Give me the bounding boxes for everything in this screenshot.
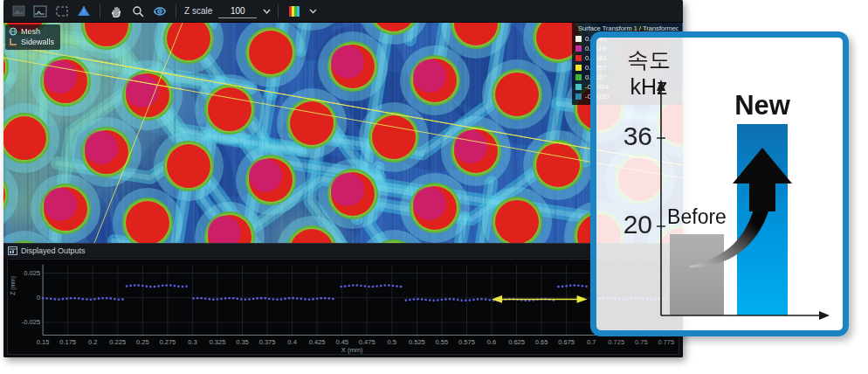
profile-point xyxy=(429,299,431,301)
profile-point xyxy=(174,285,176,287)
profile-point xyxy=(42,297,45,300)
z-scale-dropdown-chevron-icon[interactable] xyxy=(262,8,272,15)
profile-point xyxy=(70,297,72,300)
x-tick-label: 0.425 xyxy=(309,338,326,346)
x-tick-label: 0.275 xyxy=(159,338,176,346)
profile-point xyxy=(460,299,463,301)
profile-point xyxy=(264,297,266,300)
profile-point xyxy=(424,299,427,301)
profile-point xyxy=(409,299,411,301)
rectangle-select-icon[interactable] xyxy=(52,3,72,20)
profile-point xyxy=(220,298,223,301)
profile-point xyxy=(375,285,378,287)
profile-point xyxy=(356,284,359,287)
profile-point xyxy=(577,284,580,287)
legend-color-swatch xyxy=(575,74,582,80)
profile-point xyxy=(300,298,303,301)
x-tick-label: 0.475 xyxy=(359,338,375,346)
legend-color-swatch xyxy=(575,65,582,71)
profile-point xyxy=(200,297,203,300)
x-tick-label: 0.45 xyxy=(335,338,348,346)
x-tick-label: 0.625 xyxy=(508,338,525,346)
displayed-outputs-header[interactable]: Displayed Outputs xyxy=(3,244,683,258)
profile-point xyxy=(256,297,258,300)
profile-point xyxy=(432,300,435,302)
profile-point xyxy=(557,286,560,288)
zoom-magnifier-icon[interactable] xyxy=(128,3,148,20)
profile-point xyxy=(485,298,487,301)
profile-point xyxy=(316,298,319,301)
profile-point xyxy=(477,298,479,301)
profile-point xyxy=(58,298,60,301)
color-palette-icon[interactable] xyxy=(285,3,304,20)
image-thumbnail-icon[interactable] xyxy=(9,3,28,20)
z-scale-input[interactable]: 100 xyxy=(218,4,257,18)
profile-point xyxy=(288,297,291,300)
profile-point xyxy=(240,298,243,301)
profile-point xyxy=(236,298,238,301)
profile-plot-icon[interactable] xyxy=(31,3,50,20)
speed-comparison-overlay: 속도 kHz 36 20 Before New xyxy=(590,31,849,336)
profile-point xyxy=(444,298,447,301)
sidewalls-toggle[interactable]: Sidewalls xyxy=(9,37,54,47)
profile-point xyxy=(217,298,219,301)
profile-point xyxy=(360,285,362,287)
mesh-label: Mesh xyxy=(21,26,40,37)
y-axis-label: Z (mm) xyxy=(10,276,17,295)
surface-heatmap-view[interactable]: Mesh Sidewalls Surface Transform 1 / Tra… xyxy=(3,23,683,243)
profile-point xyxy=(177,285,180,287)
toolbar-separator xyxy=(176,4,176,18)
profile-point xyxy=(452,298,455,301)
profile-point xyxy=(308,298,311,301)
pan-hand-icon[interactable] xyxy=(107,3,126,20)
x-tick-label: 0.5 xyxy=(388,338,396,346)
profile-point xyxy=(204,297,207,300)
legend-color-swatch xyxy=(575,94,582,100)
x-tick-label: 0.4 xyxy=(287,338,296,346)
profile-point xyxy=(134,284,136,287)
legend-color-swatch xyxy=(575,45,582,52)
profile-point xyxy=(45,297,48,300)
profile-point xyxy=(400,286,403,288)
rotate-3d-icon[interactable] xyxy=(150,3,169,20)
x-tick-label: 0.775 xyxy=(658,338,674,346)
x-tick-label: 0.25 xyxy=(136,338,149,346)
toolbar-separator xyxy=(278,4,279,18)
x-tick-label: 0.575 xyxy=(458,338,475,346)
profile-point xyxy=(569,284,572,287)
x-tick-label: 0.6 xyxy=(487,338,496,346)
legend-color-swatch xyxy=(575,55,582,61)
profile-point xyxy=(417,298,419,301)
legend-color-swatch xyxy=(575,36,582,42)
palette-dropdown-chevron-icon[interactable] xyxy=(309,8,317,14)
x-tick-label: 0.2 xyxy=(88,338,97,346)
y-tick-label: 0 xyxy=(37,294,40,301)
range-arrow-head-left[interactable] xyxy=(492,295,502,303)
profile-point xyxy=(126,285,128,287)
mesh-toggle[interactable]: Mesh xyxy=(9,26,54,37)
profile-point xyxy=(465,300,467,302)
profile-point xyxy=(62,298,65,301)
sidewalls-icon xyxy=(9,38,17,46)
profile-point xyxy=(368,286,370,288)
profile-point xyxy=(78,297,80,300)
profile-point xyxy=(332,298,334,301)
profile-point xyxy=(212,298,215,301)
profile-point xyxy=(268,298,271,301)
profile-point xyxy=(312,298,314,301)
profile-point xyxy=(121,298,124,301)
profile-plot-svg: 0.0250-0.0250.150.1750.20.2250.250.2750.… xyxy=(8,260,679,354)
profile-point xyxy=(573,284,575,287)
profile-point xyxy=(284,298,286,301)
improvement-arrow xyxy=(596,38,843,330)
profile-plot-area: 0.0250-0.0250.150.1750.20.2250.250.2750.… xyxy=(7,259,679,355)
x-tick-label: 0.725 xyxy=(608,338,624,346)
profile-point xyxy=(248,298,251,301)
profile-point xyxy=(106,297,108,300)
mesh-3d-view-icon[interactable] xyxy=(74,3,93,20)
profile-point xyxy=(93,298,96,301)
profile-point xyxy=(296,297,299,300)
profile-point xyxy=(228,297,231,300)
range-arrow-head-right[interactable] xyxy=(577,295,588,303)
profile-point xyxy=(352,284,355,287)
